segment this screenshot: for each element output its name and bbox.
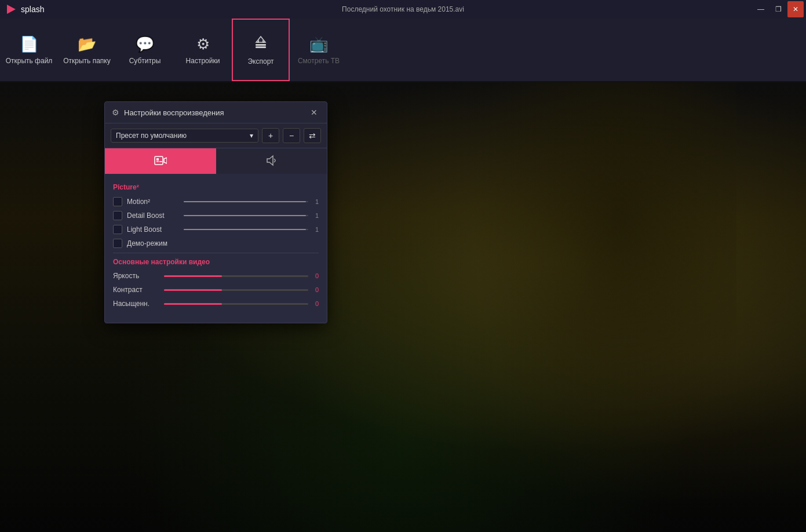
detail-boost-setting-row: Detail Boost 1 [113, 211, 319, 220]
saturation-row: Насыщенн. 0 [113, 300, 319, 308]
light-boost-value: 1 [312, 226, 319, 233]
demo-mode-setting-row: Демо-режим [113, 239, 319, 248]
open-file-label: Открыть файл [6, 57, 53, 65]
video-tab-icon [154, 154, 167, 167]
preset-row: Пресет по умолчанию ▾ + − ⇄ [105, 123, 327, 148]
svg-rect-7 [156, 158, 159, 161]
toolbar-settings[interactable]: ⚙ Настройки [174, 19, 232, 81]
detail-boost-slider-fill [184, 215, 306, 216]
minimize-button[interactable]: — [753, 1, 769, 17]
watch-tv-icon: 📺 [309, 35, 328, 53]
close-button[interactable]: ✕ [787, 1, 804, 17]
light-boost-slider-container: 1 [184, 226, 319, 233]
preset-add-button[interactable]: + [262, 128, 279, 143]
contrast-slider-container: 0 [164, 286, 319, 293]
saturation-slider[interactable] [164, 303, 308, 305]
motion-slider-fill [184, 201, 306, 202]
preset-chevron-icon: ▾ [250, 132, 253, 140]
preset-select[interactable]: Пресет по умолчанию ▾ [111, 129, 258, 143]
toolbar-watch-tv: 📺 Смотреть ТВ [290, 19, 348, 81]
title-bar: splash Последний охотник на ведьм 2015.a… [0, 0, 806, 19]
saturation-slider-container: 0 [164, 300, 319, 307]
motion-checkbox[interactable] [113, 197, 122, 206]
dialog-title-area: ⚙ Настройки воспроизведения [112, 108, 224, 117]
svg-rect-1 [256, 44, 266, 46]
brightness-label: Яркость [113, 272, 159, 280]
preset-remove-button[interactable]: − [283, 128, 300, 143]
detail-boost-slider[interactable] [184, 215, 308, 216]
tab-row [105, 148, 327, 174]
audio-tab-icon [265, 154, 278, 167]
svg-marker-0 [7, 5, 16, 14]
audio-tab-button[interactable] [216, 148, 327, 174]
brightness-row: Яркость 0 [113, 272, 319, 280]
settings-icon: ⚙ [196, 35, 210, 53]
brightness-slider[interactable] [164, 275, 308, 277]
dialog-close-button[interactable]: ✕ [308, 107, 320, 118]
brightness-value: 0 [312, 272, 319, 279]
dialog-header: ⚙ Настройки воспроизведения ✕ [105, 102, 327, 123]
settings-label: Настройки [186, 57, 220, 65]
watch-tv-label: Смотреть ТВ [298, 57, 340, 65]
svg-rect-2 [256, 46, 266, 48]
svg-marker-11 [267, 156, 273, 165]
toolbar-open-folder[interactable]: 📂 Открыть папку [58, 19, 116, 81]
person-silhouette [447, 82, 736, 532]
picture-section-title: Picture² [113, 183, 319, 191]
app-logo-icon [5, 3, 17, 16]
preset-label: Пресет по умолчанию [116, 132, 187, 140]
toolbar-export[interactable]: Экспорт [232, 19, 290, 81]
toolbar-subtitles[interactable]: 💬 Субтитры [116, 19, 174, 81]
open-file-icon: 📄 [20, 35, 38, 53]
detail-boost-checkbox[interactable] [113, 211, 122, 220]
dialog-header-icon: ⚙ [112, 108, 119, 117]
motion-label: Motion² [127, 198, 179, 206]
open-folder-icon: 📂 [78, 35, 96, 53]
detail-boost-label: Detail Boost [127, 212, 179, 220]
export-icon [253, 35, 268, 54]
light-boost-slider[interactable] [184, 229, 308, 230]
brightness-slider-container: 0 [164, 272, 319, 279]
playback-settings-dialog: ⚙ Настройки воспроизведения ✕ Пресет по … [104, 101, 327, 323]
toolbar: 📄 Открыть файл 📂 Открыть папку 💬 Субтитр… [0, 19, 806, 82]
file-title: Последний охотник на ведьм 2015.avi [342, 5, 464, 13]
dialog-content: Picture² Motion² 1 Detail Boost 1 [105, 174, 327, 323]
detail-boost-slider-container: 1 [184, 212, 319, 219]
saturation-label: Насыщенн. [113, 300, 159, 308]
saturation-slider-fill [164, 303, 222, 305]
video-section-title: Основные настройки видео [113, 258, 319, 266]
motion-value: 1 [312, 198, 319, 205]
video-tab-button[interactable] [105, 148, 216, 174]
subtitles-icon: 💬 [136, 35, 154, 53]
light-boost-setting-row: Light Boost 1 [113, 225, 319, 234]
motion-slider[interactable] [184, 201, 308, 202]
brightness-slider-fill [164, 275, 222, 277]
window-controls: — ❐ ✕ [753, 1, 806, 17]
contrast-slider[interactable] [164, 289, 308, 291]
motion-setting-row: Motion² 1 [113, 197, 319, 206]
light-boost-label: Light Boost [127, 225, 179, 234]
svg-rect-8 [156, 161, 159, 162]
demo-mode-label: Демо-режим [127, 239, 179, 247]
contrast-value: 0 [312, 286, 319, 293]
preset-edit-button[interactable]: ⇄ [304, 128, 321, 143]
saturation-value: 0 [312, 300, 319, 307]
light-boost-checkbox[interactable] [113, 225, 122, 234]
title-bar-left: splash [0, 3, 44, 16]
detail-boost-value: 1 [312, 212, 319, 219]
demo-mode-checkbox[interactable] [113, 239, 122, 248]
open-folder-label: Открыть папку [63, 57, 111, 65]
maximize-button[interactable]: ❐ [770, 1, 786, 17]
export-label: Экспорт [247, 57, 273, 65]
toolbar-open-file[interactable]: 📄 Открыть файл [0, 19, 58, 81]
section-divider [113, 253, 319, 253]
motion-slider-container: 1 [184, 198, 319, 205]
contrast-row: Контраст 0 [113, 286, 319, 294]
svg-marker-10 [164, 158, 167, 163]
contrast-label: Контраст [113, 286, 159, 294]
subtitles-label: Субтитры [129, 57, 161, 65]
contrast-slider-fill [164, 289, 222, 291]
svg-rect-9 [159, 161, 162, 162]
light-boost-slider-fill [184, 229, 306, 230]
svg-rect-6 [155, 156, 163, 165]
